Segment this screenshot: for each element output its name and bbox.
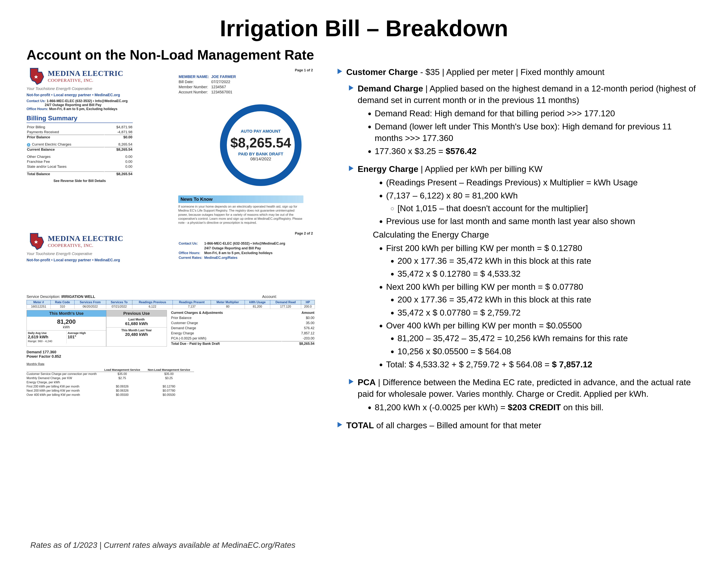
- prev-hdr: Previous Use: [106, 310, 167, 317]
- daily-avg-label: Daily Avg Use: [28, 331, 47, 335]
- rates-label: Current Rates:: [179, 255, 204, 260]
- arrow-icon: [349, 379, 353, 384]
- bill-page-1: Page 1 of 2 MEDINA ELECTRIC COOPERATIVE,…: [27, 66, 315, 222]
- anno-pca-rest: | Difference between the Medina EC rate,…: [358, 378, 691, 399]
- billing-summary-table: Prior Billing$4,871.98Payments Received-…: [27, 124, 133, 177]
- page2-contact: Contact Us:1-866-MEC-ELEC (632-3532) • I…: [178, 241, 287, 260]
- anno-total: TOTAL of all charges – Billed amount for…: [338, 420, 701, 431]
- avg-high-label: Average High: [68, 331, 86, 335]
- demand-line: Demand 177.360: [27, 350, 315, 354]
- anno-energy-c2a: 200 x 177.36 = 35,472 kWh in this block …: [397, 294, 701, 306]
- contact-value: 1-866-MEC-ELEC (632-3532) • Info@MedinaE…: [204, 241, 287, 246]
- rate-col-nlm: Non-Load Management Service: [144, 368, 194, 372]
- anno-energy-c3: Over 400 kWh per billing KW per month = …: [386, 321, 582, 330]
- last-month-val: 61,680 kWh: [108, 321, 166, 326]
- office-label: Office Hours:: [179, 251, 204, 255]
- texas-logo-icon: [27, 231, 46, 250]
- anno-energy-c3a: 81,200 – 35,472 – 35,472 = 10,256 kWh re…: [397, 333, 701, 344]
- anno-energy-c1: First 200 kWh per billing KW per month =…: [386, 243, 582, 253]
- office-value: Mon-Fri, 8 am to 5 pm, Excluding holiday…: [204, 251, 287, 255]
- logo-line2: COOPERATIVE, INC.: [48, 243, 123, 248]
- service-desc-label: Service Description:: [27, 295, 60, 299]
- tmly-label: This Month Last Year: [108, 329, 166, 332]
- anno-energy-c1b: 35,472 x $ 0.12780 = $ 4,533.32: [397, 268, 701, 280]
- anno-energy-b2s: [Not 1,015 – that doesn't account for th…: [397, 203, 701, 214]
- this-month-use-box: This Month's Use 81,200 kWh Daily Avg Us…: [27, 310, 106, 347]
- demand-pf-block: Demand 177.360 Power Factor 0.852: [27, 350, 315, 359]
- anno-energy-c3b: 10,256 x $0.05500 = $ 564.08: [397, 346, 701, 357]
- charges-block: Current Charges & AdjustmentsAmount Prio…: [171, 310, 315, 347]
- autopay-amount: $8,265.54: [230, 135, 291, 150]
- this-month-hdr: This Month's Use: [27, 310, 106, 317]
- avg-high-val: 101°: [68, 335, 76, 339]
- rate-col-lm: Load Management Service: [101, 368, 144, 372]
- page-number-2: Page 2 of 2: [295, 231, 313, 235]
- rates-value: MedinaEC.org/Rates: [204, 255, 287, 260]
- footer-note: Rates as of 1/2023 | Current rates alway…: [30, 541, 295, 550]
- daily-avg-val: 2,619 kWh: [28, 335, 48, 339]
- arrow-icon: [338, 69, 342, 74]
- anno-total-title: TOTAL: [346, 421, 374, 430]
- charges-total-val: $8,265.54: [282, 341, 314, 346]
- anno-pca-b1b: $203 CREDIT: [508, 403, 561, 412]
- previous-use-box: Previous Use Last Month 61,680 kWh This …: [106, 310, 167, 347]
- anno-pca-title: PCA: [358, 378, 376, 387]
- arrow-icon: [349, 166, 353, 171]
- contact-label: Contact Us:: [179, 241, 204, 246]
- member-block: MEMBER NAME:JOE FARMER Bill Date:07/27/2…: [178, 74, 238, 95]
- anno-demand-b2: Demand (lower left under This Month's Us…: [375, 121, 701, 144]
- page-title: Irrigation Bill – Breakdown: [27, 15, 701, 41]
- account-label: Account:: [262, 295, 277, 299]
- account-no: 1234567001: [211, 90, 238, 94]
- arrow-icon: [349, 85, 353, 90]
- texas-logo-icon: [27, 66, 46, 85]
- monthly-rate-section: Monthly Rate Load Management ServiceNon-…: [27, 363, 315, 397]
- account-no-label: Account Number:: [179, 90, 211, 94]
- bill-date: 07/27/2022: [211, 79, 238, 84]
- anno-demand-b3b: $576.42: [446, 146, 477, 156]
- anno-demand-title: Demand Charge: [358, 84, 423, 93]
- anno-demand-b1: Demand Read: High demand for that billin…: [375, 108, 701, 119]
- autopay-badge: AUTO PAY AMOUNT $8,265.54 PAID BY BANK D…: [220, 104, 302, 186]
- annotation-column: Customer Charge - $35 | Applied per mete…: [338, 66, 701, 436]
- anno-energy-charge: Energy Charge | Applied per kWh per bill…: [349, 163, 701, 372]
- charges-hdr: Current Charges & Adjustments: [171, 311, 282, 315]
- page-subtitle: Account on the Non-Load Management Rate: [27, 47, 701, 63]
- logo-line1: MEDINA ELECTRIC: [48, 69, 123, 78]
- anno-energy-title: Energy Charge: [358, 164, 418, 174]
- news-body: If someone in your home depends on an el…: [178, 204, 303, 225]
- contact-value2: 24/7 Outage Reporting and Bill Pay: [45, 103, 101, 107]
- page-number: Page 1 of 2: [295, 68, 313, 72]
- amount-hdr: Amount: [282, 311, 314, 315]
- contact-value: 1-866-MEC-ELEC (632-3532) • Info@MedinaE…: [47, 99, 128, 103]
- bill-sample-column: Page 1 of 2 MEDINA ELECTRIC COOPERATIVE,…: [27, 66, 315, 436]
- not-for-profit-line: Not-for-profit • Local energy partner • …: [27, 93, 315, 97]
- anno-energy-totb: $ 7,857.12: [552, 360, 592, 369]
- member-name: JOE FARMER: [211, 74, 238, 79]
- pf-line: Power Factor 0.852: [27, 354, 315, 359]
- logo-line1: MEDINA ELECTRIC: [48, 234, 123, 243]
- logo-tagline: Your Touchstone Energy® Cooperative: [27, 86, 315, 91]
- anno-customer-charge: Customer Charge - $35 | Applied per mete…: [338, 66, 701, 78]
- anno-total-rest: of all charges – Billed amount for that …: [374, 421, 541, 430]
- anno-energy-b2: (7,137 – 6,122) x 80 = 81,200 kWh: [386, 191, 518, 200]
- anno-demand-b3a: 177.360 x $3.25 =: [375, 146, 446, 156]
- anno-pca-b1a: 81,200 kWh x (-0.0025 per kWh) =: [375, 403, 508, 412]
- tmly-val: 20,480 kWh: [108, 332, 166, 337]
- news-box: News To Know If someone in your home dep…: [178, 195, 303, 225]
- reverse-note: See Reverse Side for Bill Details: [27, 179, 133, 183]
- member-no-label: Member Number:: [179, 85, 211, 89]
- anno-energy-rest: | Applied per kWh per billing KW: [418, 164, 542, 174]
- anno-energy-c2: Next 200 kWh per billing KW per month = …: [386, 282, 583, 292]
- meter-grid: Meter #Rate CodeServices FromServices To…: [27, 300, 315, 309]
- bill-date-label: Bill Date:: [179, 79, 211, 84]
- office-label: Office Hours:: [27, 107, 48, 111]
- arrow-icon: [338, 422, 342, 427]
- anno-energy-c1a: 200 x 177.36 = 35,472 kWh in this block …: [397, 255, 701, 267]
- monthly-rate-hdr: Monthly Rate: [27, 363, 315, 366]
- anno-pca-b1c: on this bill.: [561, 403, 604, 412]
- anno-demand-charge: Demand Charge | Applied based on the hig…: [349, 83, 701, 159]
- last-month-label: Last Month: [108, 318, 166, 321]
- anno-energy-b3: Previous use for last month and same mon…: [386, 215, 701, 227]
- anno-energy-calchdr: Calculating the Energy Charge: [373, 229, 701, 240]
